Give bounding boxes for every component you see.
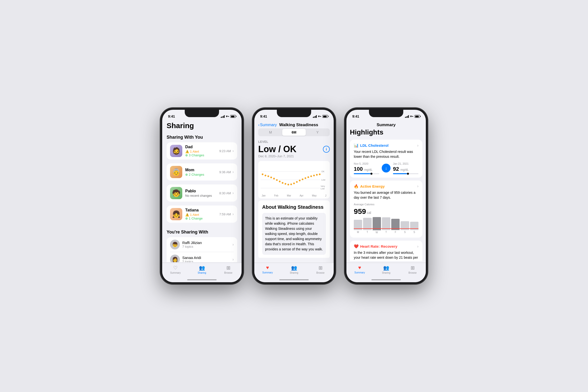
chevron-right-pablo: › <box>232 191 234 195</box>
phone-screen-summary: 9:41 ▾⌁ Summary Highlights <box>346 110 426 282</box>
ldl-date-before: Nov 5, 2020 <box>354 162 379 165</box>
time-btn-6m[interactable]: 6M <box>282 129 306 136</box>
tab-label-sharing-1: Sharing <box>198 272 206 274</box>
ldl-chevron: › <box>417 143 418 148</box>
bar-col-t2: T <box>382 217 390 234</box>
svg-point-23 <box>308 176 309 178</box>
chevron-right-sanaa: › <box>232 257 234 262</box>
notch-2 <box>277 110 311 117</box>
browse-tab-icon-2: ⊞ <box>318 265 323 271</box>
x-label-mar: Mar <box>287 194 291 197</box>
highlight-card-ldl[interactable]: 📊 LDL Cholesterol › Your recent LDL Chol… <box>350 140 422 178</box>
bar-label-s2: S <box>413 231 415 234</box>
sharing-with-list: 👦 Raffi Jilizian 7 topics › 👩 Sanaa Arid… <box>166 237 237 262</box>
svg-point-17 <box>290 184 292 185</box>
svg-text:Very: Very <box>321 185 325 188</box>
notch <box>185 110 219 117</box>
contact-info-raffi: Raffi Jilizian 7 topics <box>182 240 230 248</box>
tab-label-sharing-2: Sharing <box>290 272 298 274</box>
signal-icon-2 <box>313 115 317 118</box>
sharing-with-header: You're Sharing With <box>166 230 237 235</box>
simple-contact-sanaa[interactable]: 👩 Sanaa Aridi 2 topics › <box>170 252 234 262</box>
simple-contact-raffi[interactable]: 👦 Raffi Jilizian 7 topics › <box>170 237 234 252</box>
tab-sharing-2[interactable]: 👥 Sharing <box>281 265 307 274</box>
svg-point-14 <box>282 182 284 184</box>
ldl-arrow-icon: ↓ <box>382 164 390 172</box>
phone-screen-walking: 9:41 ▾⌁ ‹ Summary Walking Steadine <box>254 110 334 282</box>
contact-time-tatiana: 7:59 AM <box>219 212 231 216</box>
tab-sharing-1[interactable]: 👥 Sharing <box>189 265 215 274</box>
tab-browse-3[interactable]: ⊞ Browse <box>399 265 426 274</box>
chevron-right-dad: › <box>232 149 234 153</box>
heartrate-icon: ❤️ <box>354 244 359 249</box>
highlight-card-heartrate[interactable]: ❤️ Heart Rate: Recovery › In the 3 minut… <box>350 240 422 261</box>
x-label-feb: Feb <box>274 194 278 197</box>
x-label-apr: Apr <box>300 194 304 197</box>
svg-point-20 <box>299 180 300 181</box>
avatar-sanaa: 👩 <box>170 254 180 262</box>
svg-point-18 <box>293 182 295 184</box>
bar-col-w: W <box>373 217 381 234</box>
svg-point-24 <box>310 176 312 177</box>
tab-browse-2[interactable]: ⊞ Browse <box>307 265 334 274</box>
changes-mom: ⊕ 2 Changes <box>185 173 204 176</box>
x-label-may: May <box>312 194 316 197</box>
svg-text:Low: Low <box>321 188 325 190</box>
tab-summary-3[interactable]: ♥ Summary <box>346 265 373 274</box>
bar-m <box>354 220 362 230</box>
sharing-with-you-list: 🧔 Dad ⚠️ 1 Alert ⊕ 3 Changes 9:23 AM › <box>166 142 237 225</box>
svg-point-16 <box>288 184 289 186</box>
topics-sanaa: 2 topics <box>182 260 230 262</box>
ldl-icon: 📊 <box>354 143 359 148</box>
tab-label-sharing-3: Sharing <box>382 272 390 274</box>
home-indicator-2 <box>279 279 309 280</box>
contact-card-pablo[interactable]: 🧒 Pablo No recent changes 8:30 AM › <box>166 184 237 202</box>
x-label-j: J <box>325 194 326 197</box>
highlight-card-energy[interactable]: 🔥 Active Energy › You burned an average … <box>350 180 422 238</box>
summary-nav-title: Summary <box>346 120 426 128</box>
ws-about-box: This is an estimate of your stability wh… <box>262 213 326 255</box>
bar-t1 <box>363 218 372 230</box>
tab-browse-1[interactable]: ⊞ Browse <box>215 265 242 274</box>
svg-point-26 <box>316 174 318 176</box>
tab-summary-1[interactable]: ♡ Summary <box>162 265 189 274</box>
svg-text:Low: Low <box>322 178 326 181</box>
bar-s1 <box>400 221 409 230</box>
changes-dad: ⊕ 3 Changes <box>185 153 204 157</box>
time-btn-y[interactable]: Y <box>306 129 329 136</box>
status-icons-2: ▾⌁ <box>313 115 328 118</box>
ldl-date-after: Jan 21, 2021 <box>393 162 418 165</box>
name-raffi: Raffi Jilizian <box>182 240 230 245</box>
contact-info-dad: Dad ⚠️ 1 Alert ⊕ 3 Changes <box>185 145 216 157</box>
ws-back-button[interactable]: ‹ Summary <box>258 123 277 127</box>
svg-point-7 <box>262 174 264 175</box>
ldl-comparison: Nov 5, 2020 100 mg/dL ↓ Jan 21, 2021 92 … <box>354 162 418 174</box>
svg-point-15 <box>285 183 286 185</box>
heart-tab-icon-3: ♥ <box>358 265 361 270</box>
ldl-value-before: 100 mg/dL <box>354 166 379 172</box>
sharing-tab-icon-3: 👥 <box>383 265 389 271</box>
ldl-item-after: Jan 21, 2021 92 mg/dL <box>393 162 418 174</box>
home-indicator-1 <box>187 279 216 280</box>
browse-tab-icon-1: ⊞ <box>226 265 230 271</box>
battery-icon-1 <box>230 115 236 118</box>
browse-tab-icon-3: ⊞ <box>410 265 415 271</box>
heartrate-desc: In the 3 minutes after your last workout… <box>354 250 418 261</box>
contact-card-tatiana[interactable]: 👧 Tatiana ⚠️ 1 Alert ⊕ 1 Change 7:59 AM … <box>166 206 237 223</box>
contact-sub-tatiana: ⚠️ 1 Alert ⊕ 1 Change <box>185 213 216 220</box>
tab-sharing-3[interactable]: 👥 Sharing <box>373 265 399 274</box>
bar-label-f: F <box>395 231 396 234</box>
ws-about-title: About Walking Steadiness <box>262 204 326 210</box>
tab-label-browse-2: Browse <box>316 272 324 274</box>
bar-label-w: W <box>376 231 378 234</box>
time-btn-m[interactable]: M <box>259 129 282 136</box>
bar-label-t1: T <box>366 231 368 234</box>
contact-card-dad[interactable]: 🧔 Dad ⚠️ 1 Alert ⊕ 3 Changes 9:23 AM › <box>166 142 237 160</box>
tab-summary-2[interactable]: ♥ Summary <box>254 265 281 274</box>
ws-info-icon[interactable]: i <box>323 146 330 153</box>
sharing-tab-icon-1: 👥 <box>199 265 205 271</box>
ldl-bar-before <box>354 173 379 174</box>
phones-container: 9:41 ▾⌁ Sharing Sharing With You <box>160 108 428 284</box>
contact-card-mom[interactable]: 👵 Mom ⊕ 2 Changes 9:36 AM › <box>166 164 237 180</box>
notch-3 <box>369 110 403 117</box>
